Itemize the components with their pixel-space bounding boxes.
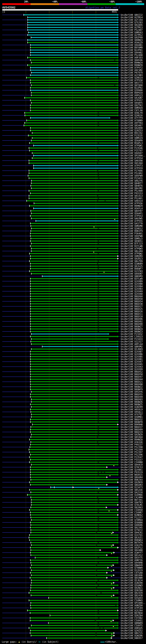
hit-label[interactable]: UniRef100_P36401 xyxy=(121,232,143,235)
hit-label[interactable]: UniRef100_A7PVT3 xyxy=(121,164,143,167)
hit-label[interactable]: UniRef100_Q8W4V0 xyxy=(121,564,143,566)
hit-row[interactable]: UniRef100_B3TLW8 xyxy=(0,245,146,248)
hit-row[interactable]: UniRef100_B8QX54 xyxy=(0,300,146,303)
hit-label[interactable]: UniRef100_Q9XFW9 xyxy=(121,174,143,177)
hit-label[interactable]: UniRef100_Q7XJ83 xyxy=(121,21,143,24)
hit-label[interactable]: UniRef100_B8QX03 xyxy=(121,398,143,401)
hit-label[interactable]: UniRef100_A7Q8N9 xyxy=(121,119,143,122)
hit-label[interactable]: UniRef100_B8QWY8 xyxy=(121,421,143,423)
hit-row[interactable]: UniRef100_A7PVS6 xyxy=(0,202,146,205)
hit-row[interactable]: UniRef100_B8QX37 xyxy=(0,426,146,428)
hit-row[interactable]: UniRef100_A7U7Q7 xyxy=(0,413,146,416)
hit-row[interactable]: UniRef100_Q8S2G6 xyxy=(0,489,146,491)
hit-label[interactable]: UniRef100_A7PQW1 xyxy=(121,144,143,147)
hit-row[interactable]: UniRef100_B6TH79 xyxy=(0,542,146,544)
hit-label[interactable]: UniRef100_Q9M2M3 xyxy=(121,255,143,258)
hit-label[interactable]: UniRef100_B2NK62 xyxy=(121,514,143,516)
hit-label[interactable]: UniRef100_Q2XXB7 xyxy=(121,350,143,353)
hit-row[interactable]: UniRef100_P23433 xyxy=(0,338,146,340)
hit-row[interactable]: UniRef100_B9EWE4 xyxy=(0,539,146,542)
hit-row[interactable]: UniRef100_Q43778 xyxy=(0,222,146,225)
hit-label[interactable]: UniRef100_Q9ZNZ0 xyxy=(121,433,143,436)
hit-label[interactable]: UniRef100_O22619 xyxy=(121,569,143,572)
hit-label[interactable]: UniRef100_Q7DLM1 xyxy=(121,504,143,506)
hit-row[interactable]: UniRef100_A2WZ08 xyxy=(0,582,146,584)
hit-label[interactable]: UniRef100_C5XHR8 xyxy=(121,461,143,464)
hit-row[interactable]: UniRef100_Q0ZAE6 xyxy=(0,24,146,26)
hit-label[interactable]: UniRef100_Q84Y07 xyxy=(121,210,143,212)
hit-label[interactable]: UniRef100_A2WZ08 xyxy=(121,582,143,584)
hit-row[interactable]: UniRef100_Q9SBY5 xyxy=(0,102,146,104)
hit-label[interactable]: UniRef100_Q70BW9 xyxy=(121,566,143,569)
hit-row[interactable]: UniRef100_Q69D51 xyxy=(0,240,146,242)
hit-label[interactable]: UniRef100_Q5UAW3 xyxy=(121,584,143,587)
hit-label[interactable]: UniRef100_B6TNS8 xyxy=(121,612,143,614)
hit-label[interactable]: UniRef100_P07979 xyxy=(121,72,143,74)
hit-row[interactable]: UniRef100_C5XHT5 xyxy=(0,624,146,627)
hit-row[interactable]: UniRef100_B8QX03 xyxy=(0,398,146,401)
hit-label[interactable]: UniRef100_Q68V46 xyxy=(121,59,143,62)
hit-row[interactable]: UniRef100_B8QX38 xyxy=(0,303,146,305)
hit-label[interactable]: UniRef100_Q69D51 xyxy=(121,240,143,242)
hit-label[interactable]: UniRef100_A2WZ09 xyxy=(121,406,143,408)
hit-row[interactable]: UniRef100_B9HWY8 xyxy=(0,64,146,66)
hit-row[interactable]: UniRef100_Q2XXA8 xyxy=(0,293,146,295)
hit-row[interactable]: UniRef100_Q9ZNZ1 xyxy=(0,587,146,589)
hit-label[interactable]: UniRef100_B9HNZ8 xyxy=(121,438,143,441)
hit-label[interactable]: UniRef100_P23432 xyxy=(121,333,143,335)
hit-label[interactable]: UniRef100_Q84JM2 xyxy=(121,187,143,190)
hit-row[interactable]: UniRef100_Q2V861 xyxy=(0,468,146,471)
hit-label[interactable]: UniRef100_Q5JKK9 xyxy=(121,348,143,350)
hit-label[interactable]: UniRef100_Q8RVM3 xyxy=(121,275,143,278)
hit-label[interactable]: UniRef100_A2I9B3 xyxy=(121,74,143,76)
hit-label[interactable]: UniRef100_Q2XXB4 xyxy=(121,285,143,288)
hit-row[interactable]: UniRef100_Q945D7 xyxy=(0,152,146,154)
hit-row[interactable]: UniRef100_Q2XXB6 xyxy=(0,353,146,356)
hit-label[interactable]: UniRef100_Q2XXA5 xyxy=(121,363,143,366)
hit-label[interactable]: UniRef100_B6T391 xyxy=(121,499,143,501)
hit-row[interactable]: UniRef100_Q8VZJ2 xyxy=(0,14,146,16)
hit-label[interactable]: UniRef100_Q9M563 xyxy=(121,31,143,34)
hit-label[interactable]: UniRef100_B8QWZ7 xyxy=(121,325,143,328)
hit-label[interactable]: UniRef100_B8QX27 xyxy=(121,305,143,308)
hit-row[interactable]: UniRef100_Q0JG25 xyxy=(0,265,146,268)
hit-row[interactable]: UniRef100_Q9SXY6 xyxy=(0,391,146,393)
hit-row[interactable]: UniRef100_A5AGZ9 xyxy=(0,41,146,44)
hit-row[interactable]: UniRef100_P36401 xyxy=(0,232,146,235)
hit-row[interactable]: UniRef100_Q9ZRI3 xyxy=(0,258,146,260)
hit-label[interactable]: UniRef100_O23783 xyxy=(121,270,143,272)
hit-row[interactable]: UniRef100_Q2XXA3 xyxy=(0,366,146,368)
hit-row[interactable]: UniRef100_Q03773 xyxy=(0,82,146,84)
hit-label[interactable]: UniRef100_P52400 xyxy=(121,190,143,192)
hit-row[interactable]: UniRef100_C5XHR7 xyxy=(0,511,146,514)
hit-row[interactable]: UniRef100_P52402 xyxy=(0,172,146,174)
hit-row[interactable]: UniRef100_Q0QJY6 xyxy=(0,180,146,182)
hit-label[interactable]: UniRef100_A7PVS8 xyxy=(121,79,143,82)
hit-label[interactable]: UniRef100_Q93Y75 xyxy=(121,556,143,559)
hit-label[interactable]: UniRef100_O23473 xyxy=(121,486,143,489)
hit-label[interactable]: UniRef100_Q39900 xyxy=(121,89,143,92)
hit-label[interactable]: UniRef100_A9PJD3 xyxy=(121,56,143,59)
hit-row[interactable]: UniRef100_Q94CR1 xyxy=(0,531,146,534)
hit-row[interactable]: UniRef100_Q2HU12 xyxy=(0,227,146,230)
hit-row[interactable]: UniRef100_Q7DM44 xyxy=(0,519,146,521)
hit-label[interactable]: UniRef100_Q75K72 xyxy=(121,529,143,531)
hit-label[interactable]: UniRef100_Q03467 xyxy=(121,124,143,127)
hit-row[interactable]: UniRef100_Q68V46 xyxy=(0,59,146,62)
hit-row[interactable]: UniRef100_B9HWZ4 xyxy=(0,62,146,64)
hit-label[interactable]: UniRef100_Q2XXB5 xyxy=(121,356,143,358)
hit-row[interactable]: UniRef100_Q8LP99 xyxy=(0,260,146,262)
hit-label[interactable]: UniRef100_Q02439 xyxy=(121,592,143,594)
hit-row[interactable]: UniRef100_B9RJ93 xyxy=(0,478,146,481)
hit-label[interactable]: UniRef100_Q2HZ53 xyxy=(121,129,143,132)
hit-row[interactable]: UniRef100_P52396 xyxy=(0,454,146,456)
hit-row[interactable]: UniRef100_Q2HU14 xyxy=(0,76,146,79)
hit-label[interactable]: UniRef100_B8QX08 xyxy=(121,383,143,386)
hit-row[interactable]: UniRef100_Q4U3W5 xyxy=(0,217,146,220)
hit-label[interactable]: UniRef100_Q2XXA3 xyxy=(121,366,143,368)
hit-row[interactable]: UniRef100_A7PQW1 xyxy=(0,144,146,147)
hit-label[interactable]: UniRef100_Q0JG25 xyxy=(121,265,143,268)
hit-row[interactable]: UniRef100_Q8GT15 xyxy=(0,632,146,634)
hit-row[interactable]: UniRef100_Q8LG04 xyxy=(0,250,146,252)
hit-label[interactable]: UniRef100_Q84RT6 xyxy=(121,184,143,187)
